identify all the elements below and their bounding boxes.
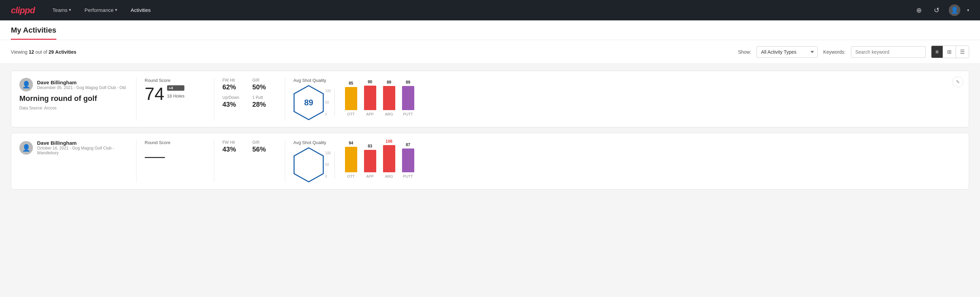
- avg-shot-quality-label: Avg Shot Quality: [293, 140, 326, 145]
- pencil-icon: ✎: [956, 79, 960, 85]
- stat-one-putt: 1 Putt 28%: [252, 95, 277, 109]
- bar-putt-value: 89: [406, 80, 410, 85]
- logo[interactable]: clippd: [11, 5, 35, 16]
- quality-section: Avg Shot Quality 89 100 50 0: [293, 78, 961, 120]
- y-label-0: 0: [325, 112, 331, 116]
- stat-fw-hit: FW Hit 43%: [223, 140, 247, 153]
- user-meta: October 16, 2021 - Gog Magog Golf Club -…: [37, 146, 128, 155]
- score-section: Round Score: [145, 140, 206, 161]
- navbar: clippd Teams ▾ Performance ▾ Activities …: [0, 0, 980, 21]
- bar-ott-label: OTT: [347, 112, 355, 116]
- card-left: 👤 Dave Billingham October 16, 2021 - Gog…: [19, 140, 128, 158]
- bar-putt-label: PUTT: [403, 112, 413, 116]
- nav-performance[interactable]: Performance ▾: [83, 0, 119, 21]
- round-score-label: Round Score: [145, 140, 206, 145]
- activity-title: Morning round of golf: [19, 94, 128, 103]
- bar-arg-bar: [383, 86, 395, 110]
- edit-button[interactable]: ✎: [953, 77, 963, 87]
- bar-app-label: APP: [366, 112, 374, 116]
- user-avatar[interactable]: 👤: [949, 5, 960, 16]
- add-circle-icon[interactable]: ⊕: [913, 5, 924, 16]
- bar-arg-label: ARG: [385, 112, 393, 116]
- card-divider: [136, 140, 137, 182]
- bar-ott-bar: [345, 87, 357, 110]
- stats-section: FW Hit 62% GIR 50% Up/Down 43% 1 Putt 28…: [223, 78, 277, 109]
- score-row: 74 +4 18 Holes: [145, 85, 206, 103]
- activity-card: ✎ 👤 Dave Billingham December 05, 2021 - …: [11, 71, 969, 128]
- nav-teams[interactable]: Teams ▾: [51, 0, 72, 21]
- view-list-compact-button[interactable]: ≡: [931, 46, 943, 58]
- bar-app: 83 APP: [364, 144, 376, 179]
- bar-arg-label: ARG: [385, 174, 393, 179]
- search-input[interactable]: [851, 46, 926, 58]
- chevron-down-icon: ▾: [69, 8, 71, 12]
- bar-arg-value: 106: [386, 139, 393, 144]
- user-icon: 👤: [22, 81, 30, 89]
- y-label-100: 100: [325, 151, 331, 155]
- score-dash: [145, 157, 165, 158]
- stat-gir: GIR 50%: [252, 78, 277, 91]
- hexagon: [293, 147, 324, 182]
- stat-gir: GIR 56%: [252, 140, 277, 153]
- refresh-icon[interactable]: ↺: [931, 5, 942, 16]
- activity-type-select[interactable]: All Activity Types: [757, 46, 818, 58]
- bar-arg: 106 ARG: [383, 139, 395, 179]
- bar-putt-bar: [402, 148, 414, 172]
- card-divider: [285, 140, 285, 182]
- user-info: Dave Billingham December 05, 2021 - Gog …: [37, 80, 126, 90]
- activity-card: 👤 Dave Billingham October 16, 2021 - Gog…: [11, 133, 969, 190]
- bar-ott: 94 OTT: [345, 141, 357, 179]
- card-divider: [285, 78, 285, 120]
- card-divider: [136, 78, 137, 120]
- viewing-count: Viewing 12 out of 29 Activities: [11, 49, 732, 55]
- bar-app-bar: [364, 150, 376, 172]
- data-source: Data Source: Arccos: [19, 106, 128, 110]
- bar-ott-value: 94: [349, 141, 353, 145]
- filter-bar: Viewing 12 out of 29 Activities Show: Al…: [0, 40, 980, 64]
- avatar-chevron-icon[interactable]: ▾: [967, 8, 969, 13]
- stats-section: FW Hit 43% GIR 56%: [223, 140, 277, 153]
- hexagon: 89: [293, 85, 324, 120]
- hex-score: 89: [304, 98, 313, 107]
- nav-activities[interactable]: Activities: [129, 0, 152, 21]
- view-list-detail-button[interactable]: ☰: [956, 46, 969, 58]
- bar-putt: 87 PUTT: [402, 142, 414, 179]
- bar-putt: 89 PUTT: [402, 80, 414, 116]
- bar-ott-value: 85: [349, 81, 353, 86]
- page-title: My Activities: [11, 26, 56, 40]
- bar-putt-label: PUTT: [403, 174, 413, 179]
- score-holes: 18 Holes: [167, 93, 185, 99]
- y-label-0: 0: [325, 175, 331, 179]
- bar-app-bar: [364, 86, 376, 110]
- stat-updown: Up/Down 43%: [223, 95, 247, 109]
- list-detail-icon: ☰: [960, 49, 965, 55]
- bar-ott: 85 OTT: [345, 81, 357, 116]
- y-label-50: 50: [325, 163, 331, 166]
- quality-section: Avg Shot Quality 100 50 0 94: [293, 140, 961, 182]
- avg-shot-quality-label: Avg Shot Quality: [293, 78, 326, 83]
- bar-app: 90 APP: [364, 80, 376, 116]
- chevron-down-icon: ▾: [115, 8, 117, 12]
- stats-grid: FW Hit 43% GIR 56%: [223, 140, 277, 153]
- score-section: Round Score 74 +4 18 Holes: [145, 78, 206, 103]
- user-row: 👤 Dave Billingham December 05, 2021 - Go…: [19, 78, 128, 91]
- user-icon: 👤: [951, 6, 958, 14]
- page-header: My Activities: [0, 21, 980, 40]
- bar-ott-bar: [345, 147, 357, 172]
- avatar: 👤: [19, 141, 33, 155]
- bar-ott-label: OTT: [347, 174, 355, 179]
- view-grid-button[interactable]: ⊞: [943, 46, 956, 58]
- card-left: 👤 Dave Billingham December 05, 2021 - Go…: [19, 78, 128, 110]
- bar-app-value: 90: [368, 80, 372, 84]
- user-meta: December 05, 2021 - Gog Magog Golf Club …: [37, 85, 126, 90]
- bar-chart: 100 50 0 85 OTT 90 APP: [334, 82, 961, 116]
- stats-grid: FW Hit 62% GIR 50% Up/Down 43% 1 Putt 28…: [223, 78, 277, 109]
- hexagon-svg: [293, 147, 324, 182]
- bar-app-label: APP: [366, 174, 374, 179]
- list-compact-icon: ≡: [935, 49, 939, 55]
- user-icon: 👤: [22, 144, 30, 152]
- user-name: Dave Billingham: [37, 140, 128, 146]
- bar-putt-bar: [402, 86, 414, 110]
- bar-app-value: 83: [368, 144, 372, 148]
- y-label-50: 50: [325, 101, 331, 104]
